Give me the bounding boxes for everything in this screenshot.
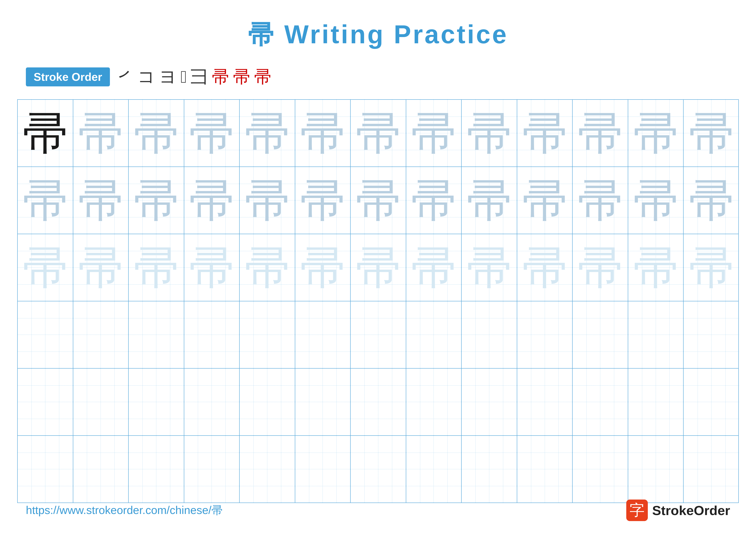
grid-cell[interactable]	[628, 436, 684, 502]
grid-cell[interactable]	[406, 436, 462, 502]
footer-logo: 字 StrokeOrder	[626, 499, 730, 521]
grid-cell[interactable]: 帚	[184, 167, 240, 234]
grid-cell[interactable]	[18, 436, 73, 502]
grid-cell[interactable]	[684, 301, 739, 368]
grid-cell[interactable]: 帚	[517, 234, 573, 301]
grid-cell[interactable]	[295, 369, 351, 435]
grid-cell[interactable]	[628, 301, 684, 368]
stroke-1: ㇒	[116, 65, 134, 89]
grid-cell[interactable]: 帚	[295, 167, 351, 234]
grid-cell[interactable]: 帚	[684, 234, 739, 301]
grid-cell[interactable]: 帚	[18, 167, 73, 234]
grid-cell[interactable]: 帚	[295, 234, 351, 301]
grid-cell[interactable]	[295, 436, 351, 502]
stroke-6: 帚	[212, 65, 229, 89]
grid-cell[interactable]: 帚	[129, 167, 184, 234]
grid-cell[interactable]: 帚	[351, 234, 406, 301]
grid-cell[interactable]: 帚	[295, 100, 351, 166]
grid-cell[interactable]	[240, 369, 295, 435]
grid-cell[interactable]	[73, 301, 129, 368]
grid-cell[interactable]: 帚	[573, 167, 628, 234]
grid-cell[interactable]	[573, 436, 628, 502]
grid-cell[interactable]	[684, 369, 739, 435]
grid-cell[interactable]: 帚	[628, 167, 684, 234]
grid-cell[interactable]	[573, 301, 628, 368]
grid-cell[interactable]	[351, 301, 406, 368]
grid-row-3: 帚 帚 帚 帚 帚 帚 帚	[18, 234, 738, 301]
grid-cell[interactable]	[462, 369, 517, 435]
grid-cell[interactable]: 帚	[18, 100, 73, 166]
grid-cell[interactable]: 帚	[462, 167, 517, 234]
grid-cell[interactable]	[684, 436, 739, 502]
page-title: 帚 Writing Practice	[0, 0, 756, 52]
footer-url[interactable]: https://www.strokeorder.com/chinese/帚	[26, 503, 223, 518]
grid-cell[interactable]: 帚	[573, 234, 628, 301]
stroke-order-badge: Stroke Order	[26, 67, 110, 87]
grid-row-1: 帚 帚 帚 帚 帚 帚 帚	[18, 100, 738, 167]
grid-cell[interactable]	[573, 369, 628, 435]
grid-cell[interactable]	[240, 301, 295, 368]
grid-cell[interactable]: 帚	[73, 167, 129, 234]
grid-cell[interactable]: 帚	[73, 234, 129, 301]
grid-cell[interactable]: 帚	[184, 100, 240, 166]
grid-cell[interactable]	[406, 301, 462, 368]
grid-cell[interactable]	[517, 301, 573, 368]
grid-cell[interactable]	[351, 436, 406, 502]
grid-cell[interactable]	[18, 369, 73, 435]
grid-cell[interactable]	[462, 301, 517, 368]
grid-cell[interactable]: 帚	[462, 100, 517, 166]
grid-cell[interactable]: 帚	[18, 234, 73, 301]
stroke-2: コ	[138, 65, 155, 89]
grid-row-2: 帚 帚 帚 帚 帚 帚 帚	[18, 167, 738, 234]
stroke-sequence: ㇒ コ ヨ 𠃊 彐 帚 帚 帚	[116, 65, 271, 89]
grid-cell[interactable]	[73, 369, 129, 435]
grid-cell[interactable]	[295, 301, 351, 368]
grid-cell[interactable]: 帚	[184, 234, 240, 301]
grid-cell[interactable]: 帚	[240, 234, 295, 301]
grid-cell[interactable]	[406, 369, 462, 435]
grid-cell[interactable]	[73, 436, 129, 502]
grid-cell[interactable]: 帚	[517, 100, 573, 166]
grid-cell[interactable]: 帚	[240, 100, 295, 166]
stroke-7: 帚	[233, 65, 250, 89]
grid-cell[interactable]	[18, 301, 73, 368]
grid-cell[interactable]: 帚	[351, 167, 406, 234]
stroke-order-section: Stroke Order ㇒ コ ヨ 𠃊 彐 帚 帚 帚	[0, 52, 756, 95]
grid-cell[interactable]	[351, 369, 406, 435]
grid-cell[interactable]: 帚	[517, 167, 573, 234]
footer: https://www.strokeorder.com/chinese/帚 字 …	[0, 499, 756, 521]
grid-cell[interactable]: 帚	[684, 167, 739, 234]
grid-cell[interactable]: 帚	[684, 100, 739, 166]
grid-cell[interactable]: 帚	[129, 234, 184, 301]
grid-cell[interactable]: 帚	[628, 234, 684, 301]
grid-cell[interactable]: 帚	[73, 100, 129, 166]
grid-cell[interactable]	[184, 436, 240, 502]
grid-cell[interactable]	[517, 436, 573, 502]
grid-cell[interactable]	[184, 369, 240, 435]
grid-cell[interactable]: 帚	[240, 167, 295, 234]
grid-cell[interactable]: 帚	[462, 234, 517, 301]
grid-row-6	[18, 436, 738, 502]
grid-cell[interactable]	[240, 436, 295, 502]
practice-grid: 帚 帚 帚 帚 帚 帚 帚	[17, 99, 739, 503]
logo-text: StrokeOrder	[652, 503, 730, 518]
stroke-3: ヨ	[159, 65, 177, 89]
grid-cell[interactable]: 帚	[406, 234, 462, 301]
grid-cell[interactable]	[184, 301, 240, 368]
grid-cell[interactable]: 帚	[573, 100, 628, 166]
grid-cell[interactable]	[129, 301, 184, 368]
grid-cell[interactable]	[129, 436, 184, 502]
grid-cell[interactable]: 帚	[129, 100, 184, 166]
stroke-8: 帚	[254, 65, 271, 89]
grid-cell[interactable]	[129, 369, 184, 435]
grid-cell[interactable]	[462, 436, 517, 502]
stroke-5: 彐	[191, 65, 208, 89]
grid-cell[interactable]: 帚	[406, 167, 462, 234]
grid-cell[interactable]	[517, 369, 573, 435]
stroke-4: 𠃊	[180, 67, 187, 87]
grid-cell[interactable]	[628, 369, 684, 435]
grid-cell[interactable]: 帚	[628, 100, 684, 166]
grid-cell[interactable]: 帚	[406, 100, 462, 166]
logo-icon: 字	[626, 499, 648, 521]
grid-cell[interactable]: 帚	[351, 100, 406, 166]
